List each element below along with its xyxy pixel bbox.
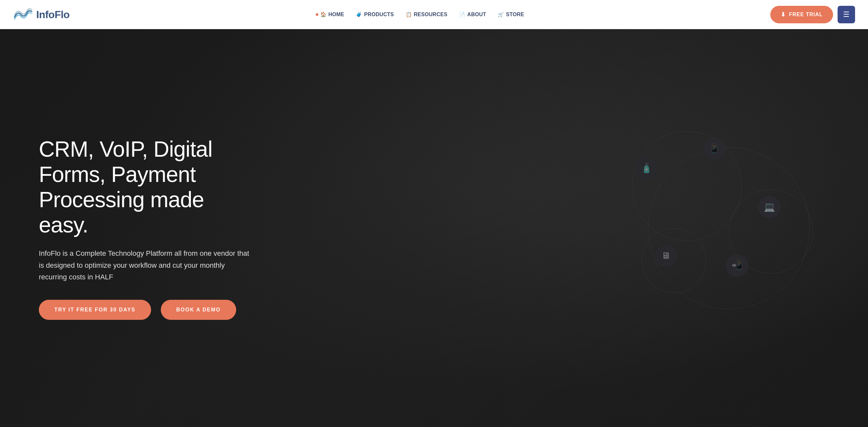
device-icon-laptop: 💻 <box>758 196 781 219</box>
device-icon-monitor: 🖥 <box>654 245 677 267</box>
nav-link-resources[interactable]: 📋 RESOURCES <box>406 12 447 18</box>
logo-area[interactable]: InfoFlo <box>13 8 69 21</box>
navbar: InfoFlo 🏠 HOME 🧳 PRODUCTS 📋 RESOURCES 📄 <box>0 0 868 29</box>
try-free-button[interactable]: TRY IT FREE FOR 30 DAYS <box>39 300 151 320</box>
nav-links: 🏠 HOME 🧳 PRODUCTS 📋 RESOURCES 📄 ABOUT <box>316 12 524 18</box>
device-icon-tablet: 📱 <box>703 138 726 160</box>
about-icon: 📄 <box>459 12 465 18</box>
nav-active-dot <box>316 13 318 16</box>
nav-right: ⬇ FREE TRIAL ☰ <box>770 6 855 23</box>
logo-icon <box>13 8 32 21</box>
nav-item-products[interactable]: 🧳 PRODUCTS <box>356 12 394 18</box>
logo-text: InfoFlo <box>36 9 69 21</box>
nav-link-products[interactable]: 🧳 PRODUCTS <box>356 12 394 18</box>
home-icon: 🏠 <box>320 12 327 18</box>
nav-item-resources[interactable]: 📋 RESOURCES <box>406 12 447 18</box>
device-icon-phone: 🧴 <box>635 157 658 180</box>
tech-circles-decoration: 📱 🧴 💻 🖥 📲 <box>616 131 842 325</box>
products-icon: 🧳 <box>356 12 362 18</box>
nav-link-store[interactable]: 🛒 STORE <box>498 12 524 18</box>
download-icon: ⬇ <box>781 11 786 18</box>
nav-link-home[interactable]: 🏠 HOME <box>316 12 345 18</box>
nav-item-store[interactable]: 🛒 STORE <box>498 12 524 18</box>
free-trial-button[interactable]: ⬇ FREE TRIAL <box>770 6 833 23</box>
hero-buttons: TRY IT FREE FOR 30 DAYS BOOK A DEMO <box>39 300 252 320</box>
nav-item-home[interactable]: 🏠 HOME <box>316 12 345 18</box>
hero-subtext: InfoFlo is a Complete Technology Platfor… <box>39 248 252 283</box>
book-demo-button[interactable]: BOOK A DEMO <box>161 300 236 320</box>
store-icon: 🛒 <box>498 12 504 18</box>
nav-item-about[interactable]: 📄 ABOUT <box>459 12 486 18</box>
resources-icon: 📋 <box>406 12 412 18</box>
nav-link-about[interactable]: 📄 ABOUT <box>459 12 486 18</box>
hero-headline: CRM, VoIP, Digital Forms, Payment Proces… <box>39 136 252 238</box>
device-icon-tablet2: 📲 <box>726 254 748 277</box>
hamburger-menu-button[interactable]: ☰ <box>838 6 855 23</box>
hero-section: 📱 🧴 💻 🖥 📲 CRM, VoIP, Digital Forms, Paym… <box>0 29 868 427</box>
hamburger-icon: ☰ <box>843 10 849 19</box>
hero-content: CRM, VoIP, Digital Forms, Payment Proces… <box>0 136 291 320</box>
